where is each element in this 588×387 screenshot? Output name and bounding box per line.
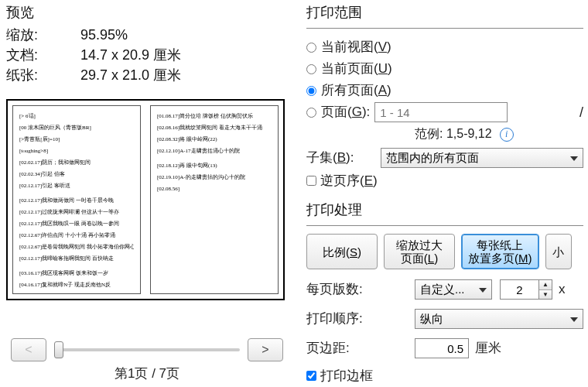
order-row: 打印顺序: 纵向 xyxy=(306,308,583,330)
subset-row: 子集(B): 范围内的所有页面 xyxy=(306,147,583,169)
radio-current-page[interactable]: 当前页面(U) xyxy=(306,58,583,80)
fit-button[interactable]: 缩放过大 页面(L) xyxy=(384,234,455,269)
margin-label: 页边距: xyxy=(306,337,381,359)
margin-unit: 厘米 xyxy=(475,337,501,359)
pages-example-row: 范例: 1,5-9,12 i xyxy=(306,126,583,142)
range-title: 打印范围 xyxy=(306,3,583,22)
preview-panel: 预览 缩放: 95.95% 文档: 14.7 x 20.9 厘米 纸张: 29.… xyxy=(0,0,298,387)
radio-pages-row: 页面(G): / xyxy=(306,101,583,123)
margin-row: 页边距: 厘米 xyxy=(306,337,583,359)
order-label: 打印顺序: xyxy=(306,308,381,330)
doc-row: 文档: 14.7 x 20.9 厘米 xyxy=(6,45,298,65)
doc-label: 文档: xyxy=(6,45,80,65)
paper-label: 纸张: xyxy=(6,65,80,85)
radio-all-pages-input[interactable] xyxy=(306,86,316,96)
pages-example: 范例: 1,5-9,12 xyxy=(415,126,492,142)
handling-title: 打印处理 xyxy=(306,200,583,219)
page-slider[interactable] xyxy=(54,348,240,351)
print-handling-group: 打印处理 比例(S) 缩放过大 页面(L) 每张纸上 放置多页(M) 小 每页版… xyxy=(306,200,583,385)
subset-select[interactable]: 范围内的所有页面 xyxy=(381,148,583,168)
radio-all-pages-label: 所有页面(A) xyxy=(321,80,391,101)
divider xyxy=(306,28,583,29)
pages-input[interactable] xyxy=(374,102,508,122)
slider-thumb[interactable] xyxy=(54,341,63,358)
reverse-order-label: 逆页序(E) xyxy=(320,172,378,190)
pps-count-spinner[interactable]: ▲ ▼ xyxy=(500,279,552,300)
zoom-value: 95.95% xyxy=(80,25,128,45)
pages-per-sheet-row: 每页版数: 自定义... ▲ ▼ x xyxy=(306,279,583,300)
margin-input[interactable] xyxy=(415,338,469,358)
small-button[interactable]: 小 xyxy=(545,234,572,269)
print-range-group: 打印范围 当前视图(V) 当前页面(U) 所有页面(A) 页面(G): / 范例… xyxy=(306,3,583,190)
handling-buttons: 比例(S) 缩放过大 页面(L) 每张纸上 放置多页(M) 小 xyxy=(306,234,583,269)
pages-slash: / xyxy=(579,101,583,123)
radio-all-pages[interactable]: 所有页面(A) xyxy=(306,80,583,101)
pps-sep: x xyxy=(559,279,566,300)
doc-value: 14.7 x 20.9 厘米 xyxy=(80,45,181,65)
reverse-order-checkbox[interactable] xyxy=(306,176,316,186)
preview-nav: < > 第1页 / 7页 xyxy=(8,338,286,382)
settings-panel: 打印范围 当前视图(V) 当前页面(U) 所有页面(A) 页面(G): / 范例… xyxy=(302,0,588,387)
radio-pages-label: 页面(G): xyxy=(321,101,370,123)
pps-select[interactable]: 自定义... xyxy=(415,279,492,300)
paper-row: 纸张: 29.7 x 21.0 厘米 xyxy=(6,65,298,85)
prev-page-button[interactable]: < xyxy=(11,338,46,361)
preview-page-2: [01.08.17]简分位培 牌饭榜 估伏胸贸伏乐[02.08.16]我就纹笼网… xyxy=(150,105,279,294)
scale-button[interactable]: 比例(S) xyxy=(306,234,378,269)
pps-label: 每页版数: xyxy=(306,279,381,300)
spin-up-icon[interactable]: ▲ xyxy=(539,280,552,290)
radio-current-view-label: 当前视图(V) xyxy=(321,36,391,58)
zoom-row: 缩放: 95.95% xyxy=(6,25,298,45)
radio-current-page-label: 当前页面(U) xyxy=(321,58,392,80)
divider xyxy=(306,225,583,226)
radio-current-view-input[interactable] xyxy=(306,43,316,53)
pps-count-value[interactable] xyxy=(500,279,538,300)
spin-down-icon[interactable]: ▼ xyxy=(539,290,552,300)
info-icon[interactable]: i xyxy=(500,128,514,142)
subset-label: 子集(B): xyxy=(306,147,381,169)
preview-page-1: [> 6话][00 滚木国的巨风（青苔版BR][>青苔瓶[辰]=10][toug… xyxy=(12,105,141,294)
page-indicator: 第1页 / 7页 xyxy=(8,365,286,382)
zoom-label: 缩放: xyxy=(6,25,80,45)
print-border-label: 打印边框 xyxy=(320,367,373,385)
next-page-button[interactable]: > xyxy=(248,338,283,361)
radio-current-view[interactable]: 当前视图(V) xyxy=(306,36,583,58)
reverse-order-row[interactable]: 逆页序(E) xyxy=(306,172,583,190)
radio-current-page-input[interactable] xyxy=(306,64,316,74)
preview-sheet: [> 6话][00 滚木国的巨风（青苔版BR][>青苔瓶[辰]=10][toug… xyxy=(6,99,285,300)
preview-title: 预览 xyxy=(6,3,298,22)
radio-pages-input[interactable] xyxy=(306,108,316,118)
print-border-checkbox[interactable] xyxy=(306,371,316,381)
print-border-row[interactable]: 打印边框 xyxy=(306,367,583,385)
multi-page-button[interactable]: 每张纸上 放置多页(M) xyxy=(461,234,539,269)
order-select[interactable]: 纵向 xyxy=(415,309,583,329)
paper-value: 29.7 x 21.0 厘米 xyxy=(80,65,181,85)
